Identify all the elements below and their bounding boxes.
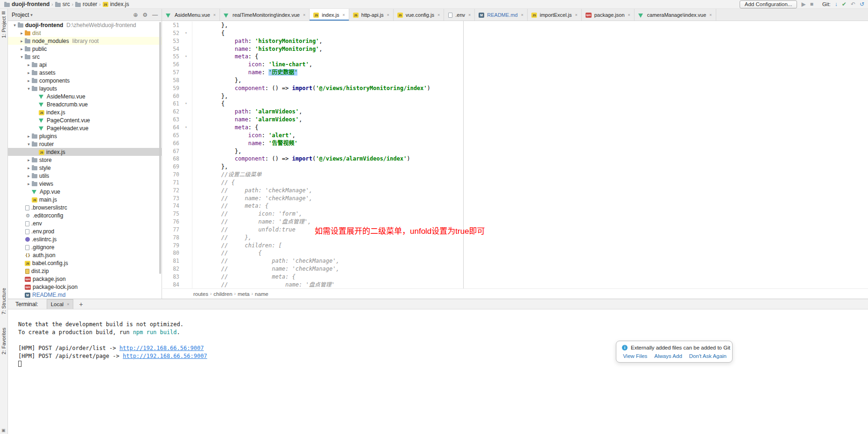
tree-row[interactable]: ▸style bbox=[8, 164, 162, 172]
chevron-right-icon[interactable]: ▸ bbox=[26, 174, 32, 178]
code-line[interactable]: 62 path: 'alarmVideos', bbox=[162, 108, 868, 116]
close-icon[interactable]: × bbox=[438, 13, 440, 17]
locate-file-icon[interactable]: ⊕ bbox=[133, 12, 138, 18]
breadcrumb-item[interactable]: duoji-frontend bbox=[3, 1, 51, 7]
tree-row[interactable]: ▸store bbox=[8, 156, 162, 164]
terminal-output[interactable]: Note that the development build is not o… bbox=[8, 309, 868, 368]
tree-row[interactable]: .gitignore bbox=[8, 243, 162, 251]
git-rollback-icon[interactable]: ↶ bbox=[851, 0, 855, 8]
code-line[interactable]: 77 // unfold:true bbox=[162, 226, 868, 234]
code-line[interactable]: 68 component: () => import('@/views/alar… bbox=[162, 155, 868, 163]
tree-row[interactable]: JSbabel.config.js bbox=[8, 259, 162, 267]
code-line[interactable]: 74 // meta: { bbox=[162, 202, 868, 210]
code-line[interactable]: 60 }, bbox=[162, 92, 868, 100]
code-line[interactable]: 57 name: '历史数据' bbox=[162, 69, 868, 77]
tree-row[interactable]: ▸views bbox=[8, 180, 162, 188]
code-line[interactable]: 67 }, bbox=[162, 147, 868, 155]
tree-row[interactable]: ▸plugins bbox=[8, 132, 162, 140]
git-update-icon[interactable]: ↓ bbox=[835, 0, 838, 8]
notification-action[interactable]: Don't Ask Again bbox=[689, 353, 727, 359]
editor-tab[interactable]: cameraManage\index.vue× bbox=[635, 9, 716, 21]
chevron-right-icon[interactable]: ▸ bbox=[26, 158, 32, 162]
tree-row[interactable]: PageHeader.vue bbox=[8, 124, 162, 132]
terminal-link[interactable]: http://192.168.66.56:9007 bbox=[123, 353, 207, 359]
code-line[interactable]: 70 //设置二级菜单 bbox=[162, 171, 868, 179]
chevron-right-icon[interactable]: ▸ bbox=[19, 31, 25, 35]
code-line[interactable]: 78 // }, bbox=[162, 234, 868, 242]
fold-marker-icon[interactable]: ▾ bbox=[180, 124, 192, 132]
code-line[interactable]: 75 // icon: 'form', bbox=[162, 210, 868, 218]
tree-row[interactable]: App.vue bbox=[8, 188, 162, 196]
hide-panel-icon[interactable]: — bbox=[152, 12, 158, 18]
editor-tab[interactable]: npmpackage.json× bbox=[582, 9, 635, 21]
close-icon[interactable]: × bbox=[468, 13, 471, 17]
project-panel-title[interactable]: Project bbox=[12, 12, 29, 18]
tree-row[interactable]: AsideMenu.vue bbox=[8, 92, 162, 100]
fold-marker-icon[interactable]: ▾ bbox=[180, 100, 192, 108]
code-line[interactable]: 61▾ { bbox=[162, 100, 868, 108]
breadcrumb-item[interactable]: JSindex.js bbox=[101, 1, 131, 7]
code-line[interactable]: 66 name: '告警视频' bbox=[162, 140, 868, 147]
code-line[interactable]: 51 }, bbox=[162, 21, 868, 29]
code-line[interactable]: 58 }, bbox=[162, 77, 868, 84]
tool-stripe-favorites[interactable]: 2: Favorites bbox=[1, 328, 7, 354]
close-icon[interactable]: × bbox=[387, 13, 389, 17]
fold-marker-icon[interactable]: ▾ bbox=[180, 53, 192, 61]
close-icon[interactable]: × bbox=[628, 13, 630, 17]
chevron-right-icon[interactable]: ▸ bbox=[19, 39, 25, 43]
tree-row[interactable]: .eslintrc.js bbox=[8, 235, 162, 243]
code-breadcrumb-item[interactable]: meta bbox=[236, 291, 252, 297]
code-line[interactable]: 53 path: 'historyMonitoring', bbox=[162, 37, 868, 45]
tree-row[interactable]: ▸node_moduleslibrary root bbox=[8, 37, 162, 45]
close-icon[interactable]: × bbox=[521, 13, 523, 17]
close-icon[interactable]: × bbox=[575, 13, 577, 17]
chevron-down-icon[interactable]: ▾ bbox=[12, 23, 18, 28]
terminal-link[interactable]: http://192.168.66.56:9007 bbox=[120, 345, 204, 351]
code-line[interactable]: 63 name: 'alarmVideos', bbox=[162, 116, 868, 124]
code-line[interactable]: 64▾ meta: { bbox=[162, 124, 868, 132]
code-line[interactable]: 65 icon: 'alert', bbox=[162, 132, 868, 140]
tree-row[interactable]: ▾layouts bbox=[8, 84, 162, 92]
tree-row[interactable]: ▾duoji-frontendD:\zheheWeb\duoji-fronten… bbox=[8, 21, 162, 29]
editor-tab[interactable]: JSindex.js× bbox=[310, 9, 349, 21]
tree-row[interactable]: MREADME.md bbox=[8, 291, 162, 299]
code-line[interactable]: 54 name: 'historyMonitoring', bbox=[162, 45, 868, 53]
notification-action[interactable]: Always Add bbox=[654, 353, 682, 359]
code-line[interactable]: 71 // { bbox=[162, 179, 868, 187]
chevron-down-icon[interactable]: ▾ bbox=[19, 55, 25, 59]
code-breadcrumb-item[interactable]: children bbox=[212, 291, 234, 297]
close-icon[interactable]: × bbox=[709, 13, 712, 17]
editor-tab[interactable]: .env× bbox=[444, 9, 475, 21]
tool-stripe-structure[interactable]: 7: Structure bbox=[1, 288, 7, 315]
editor-tab[interactable]: JShttp-api.js× bbox=[349, 9, 394, 21]
tree-row[interactable]: npmpackage.json bbox=[8, 275, 162, 283]
editor-tab[interactable]: MREADME.md× bbox=[475, 9, 528, 21]
code-line[interactable]: 59 component: () => import('@/views/hist… bbox=[162, 84, 868, 92]
tree-row[interactable]: JSindex.js bbox=[8, 108, 162, 116]
history-icon[interactable]: ↺ bbox=[860, 0, 864, 8]
git-commit-icon[interactable]: ✔ bbox=[842, 0, 847, 8]
chevron-right-icon[interactable]: ▸ bbox=[26, 182, 32, 186]
tree-row[interactable]: ⚙.editorconfig bbox=[8, 211, 162, 219]
tree-row[interactable]: .browserslistrc bbox=[8, 203, 162, 211]
tree-row[interactable]: ▾router bbox=[8, 140, 162, 148]
breadcrumb-item[interactable]: router bbox=[74, 1, 99, 7]
close-icon[interactable]: × bbox=[303, 13, 305, 17]
code-breadcrumb-item[interactable]: routes bbox=[191, 291, 210, 297]
editor-tab[interactable]: JSimportExcel.js× bbox=[528, 9, 582, 21]
chevron-down-icon[interactable]: ▾ bbox=[26, 142, 32, 147]
editor-tab[interactable]: realTimeMonitoring\index.vue× bbox=[220, 9, 310, 21]
code-line[interactable]: 83 // meta: { bbox=[162, 273, 868, 281]
code-line[interactable]: 56 icon: 'line-chart', bbox=[162, 61, 868, 69]
code-line[interactable]: 52▾ { bbox=[162, 29, 868, 37]
editor-tab[interactable]: AsideMenu.vue× bbox=[162, 9, 220, 21]
code-line[interactable]: 76 // name: '盘点管理', bbox=[162, 218, 868, 226]
tree-row[interactable]: ▸api bbox=[8, 61, 162, 69]
tree-row[interactable]: JSindex.js bbox=[8, 148, 162, 156]
tree-row[interactable]: ▸public bbox=[8, 45, 162, 53]
code-line[interactable]: 80 // { bbox=[162, 249, 868, 257]
tree-row[interactable]: .env bbox=[8, 219, 162, 227]
tree-row[interactable]: ▸components bbox=[8, 77, 162, 84]
tree-row[interactable]: PageContent.vue bbox=[8, 116, 162, 124]
notification-action[interactable]: View Files bbox=[623, 353, 647, 359]
